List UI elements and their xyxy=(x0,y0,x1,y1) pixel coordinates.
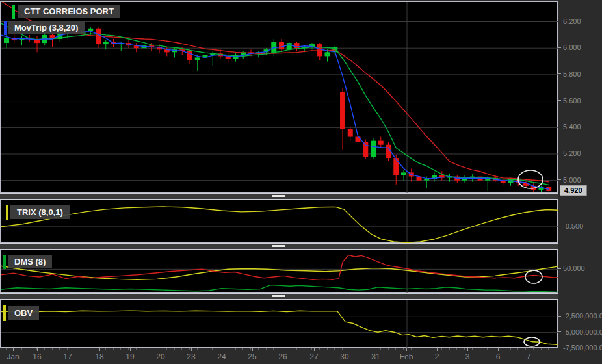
date-label: 19 xyxy=(125,352,134,361)
trix-color-swatch xyxy=(6,205,8,220)
date-minor-tick xyxy=(75,348,75,350)
date-minor-tick xyxy=(541,348,542,350)
price-axis-tick-label: 6.200 xyxy=(558,18,581,25)
date-major-tick xyxy=(437,348,438,351)
tick-dash-icon xyxy=(558,47,561,48)
date-minor-tick xyxy=(365,348,365,350)
date-minor-tick xyxy=(128,348,129,350)
candle-body xyxy=(371,141,376,157)
date-minor-tick xyxy=(144,348,144,350)
trading-chart-window: CTT CORREIOS PORT MovTrip (3,8,20) TRIX … xyxy=(0,0,602,364)
value-axis[interactable]: 4.920 6.2006.0005.8005.6005.4005.2005.00… xyxy=(558,0,602,364)
price-axis-tick-label: 6.000 xyxy=(558,44,581,51)
tick-dash-icon xyxy=(558,226,561,226)
date-minor-tick xyxy=(350,348,350,350)
date-major-tick xyxy=(130,348,131,351)
date-major-tick xyxy=(99,348,100,351)
candle-body xyxy=(317,44,322,56)
panel-splitter-1[interactable] xyxy=(0,193,558,200)
tick-dash-icon xyxy=(558,268,561,269)
tick-dash-icon xyxy=(558,153,561,153)
date-major-tick xyxy=(345,348,345,351)
splitter-grip-icon[interactable] xyxy=(272,245,285,248)
candle-body xyxy=(195,57,200,60)
date-minor-tick xyxy=(480,348,480,350)
date-label: Jan xyxy=(7,352,19,361)
date-major-tick xyxy=(529,348,529,351)
last-price-tag: 4.920 xyxy=(560,185,587,196)
symbol-color-swatch xyxy=(12,5,15,20)
date-minor-tick xyxy=(258,348,259,350)
date-minor-tick xyxy=(510,348,511,350)
dms-color-swatch xyxy=(3,255,6,269)
candle-body xyxy=(340,92,345,129)
date-label: Feb xyxy=(400,352,413,361)
date-minor-tick xyxy=(533,348,534,350)
date-minor-tick xyxy=(358,348,358,350)
dms-plot-canvas[interactable] xyxy=(1,250,558,294)
price-axis-tick-label: 5.000 xyxy=(558,176,581,184)
date-minor-tick xyxy=(327,348,328,350)
date-minor-tick xyxy=(548,348,549,350)
candle-body xyxy=(279,42,284,49)
symbol-title-label[interactable]: CTT CORREIOS PORT xyxy=(18,5,120,18)
candle-body xyxy=(393,158,399,175)
panel-splitter-3[interactable] xyxy=(0,293,558,300)
date-label: 26 xyxy=(278,352,287,361)
date-minor-tick xyxy=(464,348,465,350)
panel-splitter-2[interactable] xyxy=(0,243,558,250)
date-minor-tick xyxy=(59,348,60,350)
date-major-tick xyxy=(498,348,499,351)
price-axis-tick-label: 5.400 xyxy=(558,123,581,131)
date-minor-tick xyxy=(503,348,503,350)
date-minor-tick xyxy=(197,348,198,350)
date-minor-tick xyxy=(181,348,182,350)
date-minor-tick xyxy=(304,348,304,350)
date-minor-tick xyxy=(228,348,228,350)
candle-body xyxy=(348,129,353,136)
date-minor-tick xyxy=(456,348,457,350)
date-minor-tick xyxy=(159,348,159,350)
adx-line xyxy=(1,266,558,280)
date-minor-tick xyxy=(289,348,289,350)
date-minor-tick xyxy=(250,348,251,350)
candle-body xyxy=(325,52,330,56)
obv-axis-tick-label: -5,000,000.0 xyxy=(558,328,602,336)
date-minor-tick xyxy=(166,348,167,350)
date-minor-tick xyxy=(434,348,434,350)
price-axis-tick-label: 5.600 xyxy=(558,97,581,105)
date-minor-tick xyxy=(205,348,205,350)
candle-body xyxy=(363,142,368,157)
obv-panel[interactable] xyxy=(0,300,558,348)
date-label: 6 xyxy=(496,352,501,361)
date-label: 31 xyxy=(371,352,380,361)
tick-dash-icon xyxy=(558,332,561,332)
date-label: 27 xyxy=(309,352,318,361)
candle-body xyxy=(187,51,192,60)
date-minor-tick xyxy=(21,348,22,350)
obv-indicator-label[interactable]: OBV xyxy=(8,306,39,320)
date-minor-tick xyxy=(220,348,220,350)
date-axis[interactable]: Jan161718192023242526273031Feb2367 xyxy=(0,348,558,364)
trix-panel[interactable] xyxy=(0,200,558,243)
splitter-grip-icon[interactable] xyxy=(272,195,285,198)
date-label: 23 xyxy=(187,352,195,361)
dms-indicator-label[interactable]: DMS (8) xyxy=(8,255,52,268)
ellipse-annotation[interactable] xyxy=(525,270,542,283)
candle-body xyxy=(378,141,384,145)
obv-plot-canvas[interactable] xyxy=(1,300,558,348)
trix-indicator-label[interactable]: TRIX (8,0,1) xyxy=(10,205,70,219)
date-minor-tick xyxy=(136,348,137,350)
date-minor-tick xyxy=(235,348,236,350)
date-minor-tick xyxy=(105,348,106,350)
date-major-tick xyxy=(376,348,376,351)
dms-panel[interactable] xyxy=(0,250,558,293)
candle-body xyxy=(401,172,406,175)
trix-plot-canvas[interactable] xyxy=(1,200,558,244)
movtrip-color-swatch xyxy=(4,21,7,35)
obv-color-swatch xyxy=(3,306,6,321)
movtrip-indicator-label[interactable]: MovTrip (3,8,20) xyxy=(8,21,85,34)
date-minor-tick xyxy=(411,348,412,350)
splitter-grip-icon[interactable] xyxy=(272,295,285,298)
tick-dash-icon xyxy=(558,100,561,101)
